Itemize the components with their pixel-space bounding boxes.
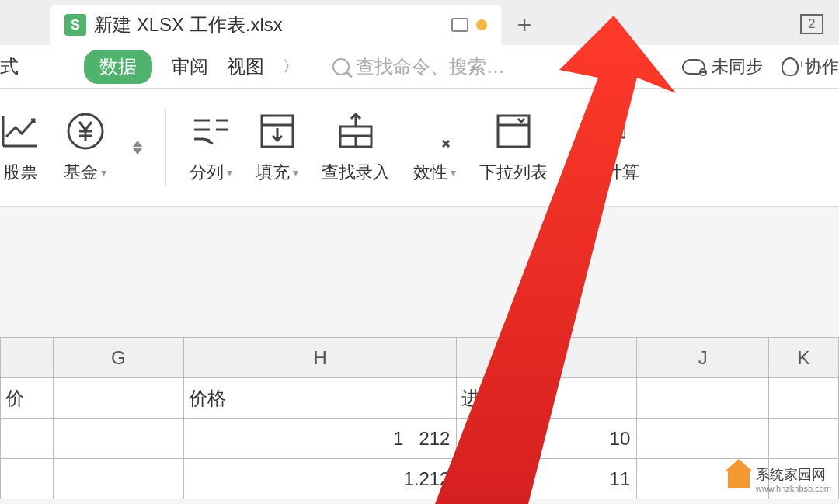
tab-title: 新建 XLSX 工作表.xlsx bbox=[94, 12, 444, 37]
consolidate-button[interactable]: 合并计算 bbox=[571, 111, 639, 184]
svg-rect-4 bbox=[588, 117, 604, 128]
spreadsheet-grid[interactable]: G H I J K 价 价格 进货价 1 212 10 1.212 11 bbox=[0, 337, 839, 499]
col-header-h[interactable]: H bbox=[183, 338, 457, 378]
svg-rect-5 bbox=[588, 134, 604, 145]
fill-button[interactable]: 填充▾ bbox=[256, 111, 298, 184]
search-placeholder: 查找命令、搜索… bbox=[356, 54, 505, 79]
col-header-j[interactable]: J bbox=[637, 338, 769, 378]
cell[interactable]: 1.212 bbox=[183, 459, 457, 499]
house-icon bbox=[728, 470, 750, 488]
unsaved-dot-icon bbox=[476, 19, 487, 30]
lookup-entry-button[interactable]: 查找录入 bbox=[322, 111, 390, 184]
fund-button[interactable]: 基金▾ bbox=[64, 111, 106, 184]
cell[interactable] bbox=[769, 419, 839, 459]
tab-view[interactable]: 视图 bbox=[227, 54, 264, 79]
col-header-k[interactable]: K bbox=[769, 338, 839, 378]
new-tab-button[interactable]: + bbox=[501, 5, 548, 45]
document-tab[interactable]: S 新建 XLSX 工作表.xlsx bbox=[50, 5, 501, 45]
yen-circle-icon bbox=[65, 111, 106, 151]
svg-rect-6 bbox=[611, 125, 625, 137]
dropdown-table-icon bbox=[493, 111, 534, 151]
search-icon bbox=[332, 58, 350, 75]
cell[interactable] bbox=[769, 378, 839, 419]
upload-table-icon bbox=[336, 111, 376, 151]
split-columns-icon bbox=[191, 111, 232, 151]
monitor-icon[interactable] bbox=[451, 18, 468, 32]
tab-review[interactable]: 审阅 bbox=[171, 54, 208, 79]
chevron-right-icon[interactable]: 〉 bbox=[283, 56, 298, 77]
cell[interactable] bbox=[637, 419, 769, 459]
search-input[interactable]: 查找命令、搜索… bbox=[332, 54, 505, 79]
watermark: 系统家园网 www.hnzkhbsb.com bbox=[728, 465, 831, 493]
dropdown-list-button[interactable]: 下拉列表 bbox=[479, 111, 548, 184]
cell[interactable] bbox=[53, 378, 183, 419]
col-header-i[interactable]: I bbox=[457, 338, 637, 378]
tab-formula[interactable]: 式 bbox=[0, 54, 19, 79]
col-header-g[interactable]: G bbox=[53, 338, 183, 378]
cell[interactable] bbox=[1, 459, 54, 499]
cell[interactable]: 价格 bbox=[183, 378, 457, 419]
sort-arrows-icon[interactable] bbox=[133, 141, 142, 155]
cell[interactable] bbox=[1, 419, 54, 459]
validation-icon bbox=[415, 111, 455, 151]
cell[interactable]: 价 bbox=[1, 378, 54, 419]
chart-line-icon bbox=[0, 111, 40, 151]
cell[interactable]: 11 bbox=[457, 459, 637, 499]
consolidate-icon bbox=[585, 111, 625, 151]
collaborate-button[interactable]: + 协作 bbox=[782, 55, 839, 78]
cell[interactable] bbox=[53, 419, 183, 459]
cloud-icon bbox=[682, 59, 705, 75]
cell[interactable]: 10 bbox=[457, 419, 637, 459]
spreadsheet-icon: S bbox=[64, 14, 86, 36]
text-to-columns-button[interactable]: 分列▾ bbox=[190, 111, 232, 184]
person-plus-icon: + bbox=[782, 57, 799, 76]
cell[interactable]: 进货价 bbox=[457, 378, 637, 419]
cell[interactable] bbox=[53, 459, 183, 499]
cell[interactable]: 1 212 bbox=[183, 419, 457, 459]
stock-button[interactable]: 股票 bbox=[0, 111, 40, 184]
cell[interactable] bbox=[637, 378, 769, 419]
window-count-badge[interactable]: 2 bbox=[800, 14, 823, 34]
sync-status[interactable]: 未同步 bbox=[682, 55, 763, 78]
col-header-partial[interactable] bbox=[1, 338, 54, 378]
separator bbox=[165, 109, 166, 186]
fill-down-icon bbox=[257, 111, 298, 151]
validation-button[interactable]: 效性▾ bbox=[413, 111, 456, 184]
tab-data[interactable]: 数据 bbox=[84, 50, 152, 84]
